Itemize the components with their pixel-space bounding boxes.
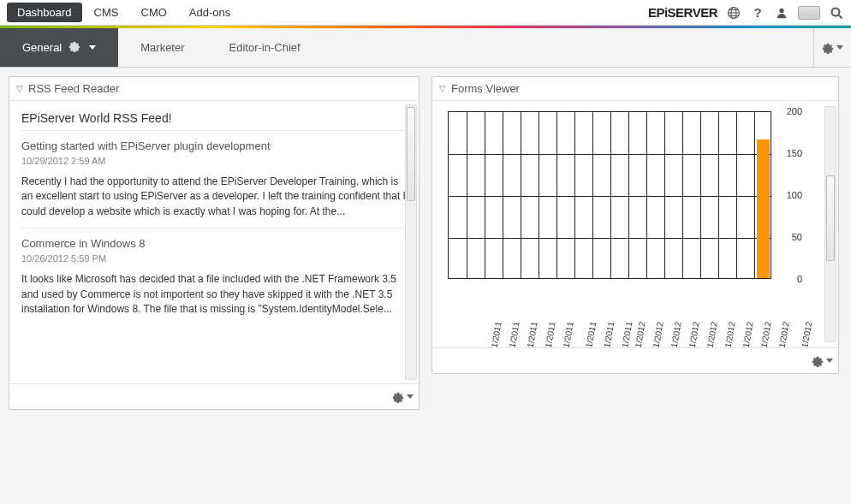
collapse-icon: ▽ (16, 84, 23, 93)
forms-widget: ▽ Forms Viewer 050100150200 5/1/20116/1/… (431, 76, 839, 374)
search-icon[interactable] (829, 5, 844, 21)
widget-settings-button[interactable] (812, 355, 833, 367)
forms-widget-title: Forms Viewer (451, 82, 520, 95)
tab-editor-label: Editor-in-Chief (229, 41, 301, 54)
rss-entry[interactable]: Getting started with EPiServer plugin de… (21, 131, 410, 228)
rss-widget-body: EPiServer World RSS Feed! Getting starte… (9, 101, 419, 383)
rss-entry-excerpt: Recently I had the opportunity to attend… (21, 175, 410, 219)
tab-general-label: General (22, 41, 62, 54)
vertical-scrollbar[interactable] (824, 106, 836, 342)
help-icon[interactable]: ? (750, 5, 765, 21)
chevron-down-icon (89, 45, 96, 50)
chevron-down-icon (407, 394, 414, 399)
widget-settings-button[interactable] (392, 391, 414, 403)
rss-widget: ▽ RSS Feed Reader EPiServer World RSS Fe… (9, 76, 420, 410)
rss-entry-date: 10/29/2012 2:59 AM (21, 156, 410, 166)
brand-logo: EPiSERVER (648, 5, 717, 20)
top-right-tools: EPiSERVER ? (648, 5, 844, 21)
rss-feed-title: EPiServer World RSS Feed! (21, 106, 410, 131)
globe-icon[interactable] (726, 5, 741, 21)
nav-addons[interactable]: Add-ons (179, 3, 241, 22)
scrollbar-thumb[interactable] (407, 107, 415, 201)
tab-gear-icon[interactable] (68, 40, 80, 55)
rss-entry-title: Commerce in Windows 8 (21, 237, 410, 250)
chart-grid (448, 111, 771, 279)
tab-marketer[interactable]: Marketer (118, 28, 206, 67)
forms-widget-body: 050100150200 5/1/20116/1/20117/1/20118/1… (432, 101, 838, 347)
nav-cmo[interactable]: CMO (131, 3, 177, 22)
tab-editor-in-chief[interactable]: Editor-in-Chief (207, 28, 323, 67)
vertical-scrollbar[interactable] (405, 104, 417, 380)
nav-cms[interactable]: CMS (84, 3, 129, 22)
forms-widget-header[interactable]: ▽ Forms Viewer (432, 77, 838, 101)
nav-dashboard[interactable]: Dashboard (7, 3, 82, 22)
chart-y-axis-labels: 050100150200 (775, 104, 802, 284)
rss-entry-excerpt: It looks like Microsoft has decided that… (21, 272, 410, 317)
rss-widget-footer (9, 383, 419, 409)
chevron-down-icon (826, 359, 833, 363)
tabbar-settings-button[interactable] (813, 28, 851, 67)
rss-entry[interactable]: Commerce in Windows 8 10/26/2012 5:59 PM… (21, 228, 410, 325)
rss-widget-title: RSS Feed Reader (28, 82, 119, 95)
rss-widget-header[interactable]: ▽ RSS Feed Reader (9, 77, 419, 101)
svg-point-2 (779, 8, 783, 12)
forms-widget-footer (432, 347, 838, 373)
chart-bar (757, 139, 770, 278)
rss-entry-date: 10/26/2012 5:59 PM (21, 253, 410, 264)
collapse-icon: ▽ (439, 84, 446, 93)
chevron-down-icon (836, 45, 843, 50)
user-icon[interactable] (774, 5, 789, 21)
tab-marketer-label: Marketer (140, 41, 184, 54)
top-navbar: Dashboard CMS CMO Add-ons EPiSERVER ? (0, 0, 851, 26)
svg-point-3 (832, 8, 840, 15)
dashboard-workspace: ▽ RSS Feed Reader EPiServer World RSS Fe… (0, 68, 851, 504)
avatar[interactable] (798, 6, 820, 20)
scrollbar-thumb[interactable] (826, 175, 835, 261)
dashboard-tabs: General Marketer Editor-in-Chief (0, 28, 851, 68)
forms-chart: 050100150200 5/1/20116/1/20117/1/20118/1… (439, 104, 831, 327)
chart-x-axis-labels: 5/1/20116/1/20117/1/20118/1/20119/1/2011… (448, 282, 771, 330)
tab-general[interactable]: General (0, 28, 118, 67)
rss-entry-title: Getting started with EPiServer plugin de… (21, 139, 410, 152)
top-nav-items: Dashboard CMS CMO Add-ons (7, 3, 241, 22)
